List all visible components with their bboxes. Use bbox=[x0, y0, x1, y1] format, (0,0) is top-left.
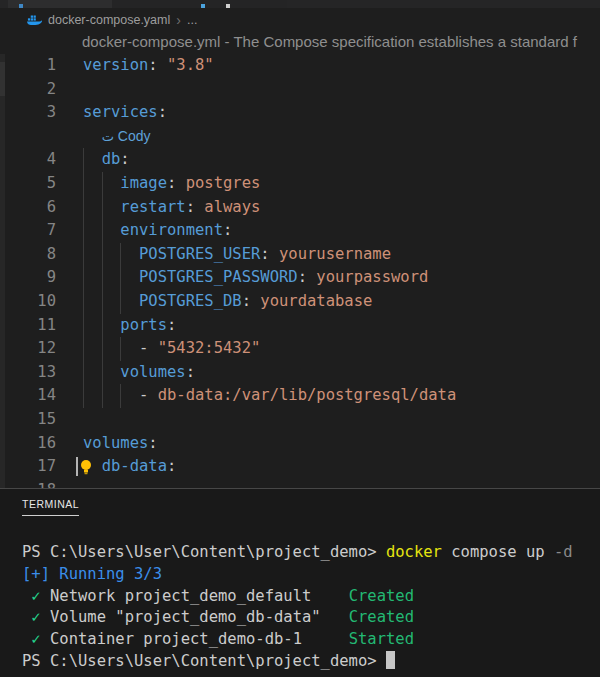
terminal-tab[interactable]: TERMINAL bbox=[22, 498, 79, 516]
code-text: restart: always bbox=[83, 196, 260, 220]
code-line[interactable]: 9 POSTGRES_PASSWORD: yourpassword bbox=[0, 266, 600, 290]
code-token: POSTGRES_DB bbox=[139, 292, 242, 310]
line-number: 9 bbox=[0, 266, 56, 290]
code-line[interactable]: 2 bbox=[0, 78, 600, 102]
code-line[interactable]: 7 environment: bbox=[0, 219, 600, 243]
code-line[interactable]: 11 ports: bbox=[0, 314, 600, 338]
tab-bar[interactable] bbox=[0, 0, 600, 8]
code-token: : bbox=[158, 103, 167, 121]
lightbulb-icon[interactable] bbox=[79, 459, 93, 475]
terminal-token: Container project_demo-db-1 bbox=[41, 630, 349, 648]
terminal-content[interactable]: PS C:\Users\User\Content\project_demo> d… bbox=[22, 542, 600, 673]
line-number: 16 bbox=[0, 432, 56, 456]
text-cursor bbox=[76, 457, 78, 476]
line-number: 17 bbox=[0, 455, 56, 479]
code-token: : bbox=[148, 434, 157, 452]
code-token: volumes bbox=[83, 434, 148, 452]
code-token: environment bbox=[120, 221, 223, 239]
code-text: services: bbox=[83, 101, 167, 125]
terminal-token: Started bbox=[349, 630, 414, 648]
code-token: restart bbox=[120, 198, 185, 216]
hover-doc-line: docker-compose.yml - The Compose specifi… bbox=[82, 33, 600, 53]
code-token: : bbox=[167, 174, 186, 192]
code-token: yourdatabase bbox=[260, 292, 372, 310]
terminal-line: [+] Running 3/3 bbox=[22, 564, 600, 586]
code-token: yourpassword bbox=[316, 268, 428, 286]
code-text: image: postgres bbox=[83, 172, 260, 196]
tab-file-icon-dot bbox=[201, 4, 205, 8]
code-line[interactable]: 15 bbox=[0, 408, 600, 432]
docker-whale-icon bbox=[27, 14, 42, 26]
terminal-token: Volume "project_demo_db-data" bbox=[41, 608, 349, 626]
terminal-token: Network project_demo_default bbox=[41, 587, 349, 605]
tab-close-dot[interactable] bbox=[226, 4, 230, 8]
terminal-panel[interactable]: TERMINAL PS C:\Users\User\Content\projec… bbox=[0, 488, 600, 677]
code-text: POSTGRES_PASSWORD: yourpassword bbox=[83, 266, 428, 290]
chevron-right-icon: › bbox=[176, 13, 181, 27]
code-token: always bbox=[204, 198, 260, 216]
code-line[interactable]: 12 - "5432:5432" bbox=[0, 337, 600, 361]
code-token: : bbox=[120, 150, 129, 168]
code-token bbox=[83, 150, 102, 168]
code-token bbox=[83, 174, 120, 192]
code-line[interactable]: ت Cody bbox=[0, 125, 600, 149]
terminal-token: [+] Running 3/3 bbox=[22, 565, 162, 583]
code-text: environment: bbox=[83, 219, 232, 243]
code-text: volumes: bbox=[83, 361, 195, 385]
code-line[interactable]: 1version: "3.8" bbox=[0, 54, 600, 78]
code-token bbox=[83, 316, 120, 334]
terminal-line: ✓ Container project_demo-db-1 Started bbox=[22, 629, 600, 651]
terminal-token: PS C:\Users\User\Content\project_demo> bbox=[22, 543, 386, 561]
code-line[interactable]: 8 POSTGRES_USER: yourusername bbox=[0, 243, 600, 267]
breadcrumb-more[interactable]: ... bbox=[187, 13, 197, 27]
code-token: : bbox=[298, 268, 317, 286]
code-token: postgres bbox=[186, 174, 261, 192]
code-line[interactable]: 5 image: postgres bbox=[0, 172, 600, 196]
code-line[interactable]: 3services: bbox=[0, 101, 600, 125]
code-line[interactable]: 17 db-data: bbox=[0, 455, 600, 479]
code-token: services bbox=[83, 103, 158, 121]
code-line[interactable]: 14 - db-data:/var/lib/postgresql/data bbox=[0, 384, 600, 408]
code-text: db: bbox=[83, 148, 130, 172]
code-token: - bbox=[83, 386, 158, 404]
line-number: 18 bbox=[0, 479, 56, 488]
code-text: version: "3.8" bbox=[83, 54, 214, 78]
terminal-line: PS C:\Users\User\Content\project_demo> bbox=[22, 651, 600, 673]
code-line[interactable]: 18 bbox=[0, 479, 600, 488]
code-token: : bbox=[148, 56, 167, 74]
code-token: POSTGRES_PASSWORD bbox=[139, 268, 298, 286]
line-number: 12 bbox=[0, 337, 56, 361]
terminal-token: docker bbox=[386, 543, 442, 561]
active-tab-sliver[interactable] bbox=[8, 0, 112, 8]
editor-code-area[interactable]: 1version: "3.8"23services: ت Cody4 db:5 … bbox=[0, 54, 600, 488]
breadcrumb-file[interactable]: docker-compose.yaml bbox=[48, 13, 170, 27]
line-number: 15 bbox=[0, 408, 56, 432]
terminal-line: PS C:\Users\User\Content\project_demo> d… bbox=[22, 542, 600, 564]
line-number: 2 bbox=[0, 78, 56, 102]
code-line[interactable]: 10 POSTGRES_DB: yourdatabase bbox=[0, 290, 600, 314]
terminal-token: ✓ bbox=[31, 630, 40, 648]
line-number: 7 bbox=[0, 219, 56, 243]
code-line[interactable]: 6 restart: always bbox=[0, 196, 600, 220]
line-number: 8 bbox=[0, 243, 56, 267]
code-token: db-data bbox=[102, 457, 167, 475]
code-text: volumes: bbox=[83, 432, 158, 456]
code-line[interactable]: 13 volumes: bbox=[0, 361, 600, 385]
cody-inline-suggestion[interactable]: Cody bbox=[114, 128, 151, 144]
inactive-tab-sliver[interactable] bbox=[112, 0, 287, 8]
code-token bbox=[83, 198, 120, 216]
code-line[interactable]: 16volumes: bbox=[0, 432, 600, 456]
line-number: 1 bbox=[0, 54, 56, 78]
terminal-token: -d bbox=[554, 543, 573, 561]
code-token: "5432:5432" bbox=[158, 339, 261, 357]
breadcrumb[interactable]: docker-compose.yaml › ... bbox=[0, 8, 197, 32]
code-token: db bbox=[102, 150, 121, 168]
terminal-token: ✓ bbox=[31, 587, 40, 605]
code-token: : bbox=[186, 363, 195, 381]
code-text: POSTGRES_DB: yourdatabase bbox=[83, 290, 372, 314]
code-token: : bbox=[260, 245, 279, 263]
code-line[interactable]: 4 db: bbox=[0, 148, 600, 172]
terminal-cursor bbox=[386, 651, 395, 669]
vscode-window: docker-compose.yaml › ... docker-compose… bbox=[0, 0, 600, 677]
terminal-line: ✓ Network project_demo_default Created bbox=[22, 586, 600, 608]
